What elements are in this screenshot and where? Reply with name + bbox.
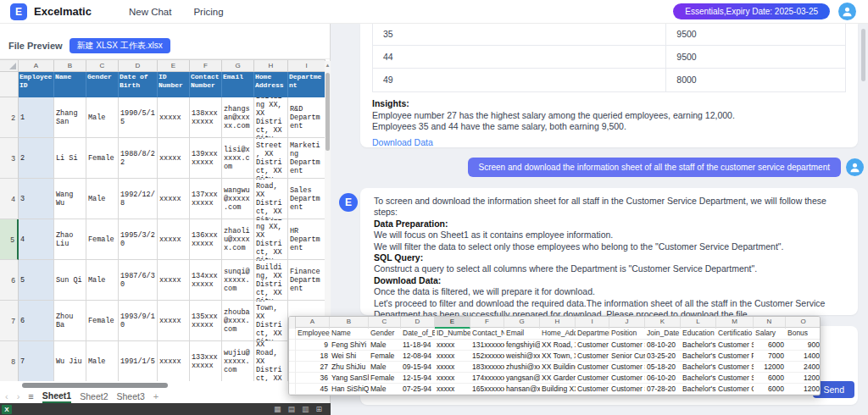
file-preview-label: File Preview: [8, 38, 63, 53]
popup-cell-salary: 6000: [754, 340, 786, 351]
sheet-tab[interactable]: Sheet2: [80, 391, 108, 402]
sheet-tab-bar: ‹ › ≡ Sheet1Sheet2Sheet3 +: [0, 390, 331, 403]
sheet-row: 7 6 Zhou Ba Female 1993/9/10 xxxxx 135xx…: [0, 301, 326, 341]
user-avatar[interactable]: [838, 3, 856, 20]
save-icon[interactable]: ▤: [287, 404, 295, 414]
row-number-cell: 6: [0, 260, 19, 301]
popup-row: 27 Zhu ShiJiu Male 09-15-94 xxxxx 183xxx…: [289, 362, 820, 373]
download-data-link[interactable]: Download Data: [372, 137, 433, 147]
sheet-row: 5 4 Zhao Liu Female 1995/3/20 xxxxx 136x…: [0, 219, 326, 260]
paste-icon[interactable]: ▦: [274, 404, 281, 414]
user-avatar[interactable]: [846, 158, 864, 176]
popup-header-row: Employee_NameGenderDate_of_BiID_NumberCo…: [289, 328, 820, 340]
excelmatic-logo-icon[interactable]: E: [10, 3, 27, 20]
row-number-cell: 4: [0, 179, 19, 219]
scroll-up-icon[interactable]: ▲: [325, 61, 331, 69]
popup-row-gutter: [289, 384, 296, 395]
popup-header-cell: Certificatio: [716, 328, 754, 340]
header-cell: ID Number: [158, 72, 190, 97]
popup-cell-department: Customer S: [576, 384, 609, 395]
cell-name: Wu Jiu: [54, 341, 86, 381]
user-message-bubble: Screen and download the information shee…: [468, 158, 842, 177]
popup-header-cell: ID_Number: [435, 328, 470, 340]
cell-date-of-birth: 1992/12/8: [119, 179, 158, 219]
sheet-menu-icon[interactable]: ≡: [28, 391, 33, 401]
popup-header-cell: Email: [504, 328, 540, 340]
file-chip[interactable]: 新建 XLSX 工作表.xlsx: [70, 38, 170, 53]
person-icon: [841, 5, 854, 18]
popup-cell-gender: Female: [369, 351, 401, 362]
column-letter: B: [54, 60, 86, 72]
column-letter-row: ABCDEFGHI: [0, 60, 326, 72]
cell-id-number: xxxxx: [158, 260, 190, 301]
popup-row-gutter: [289, 362, 296, 373]
next-sheet-icon[interactable]: ›: [17, 390, 20, 402]
popup-cell-department: Customer S: [576, 351, 609, 362]
brand-title: Excelmatic: [34, 5, 92, 18]
popup-cell-date-of-birth: 12-15-94: [401, 373, 435, 384]
vertical-scroll-thumb[interactable]: [326, 73, 330, 151]
nav-item[interactable]: New Chat: [129, 7, 172, 17]
person-icon: [849, 161, 861, 174]
popup-cell-education: Bachelor's: [681, 351, 716, 362]
cell-home-address: XX Building, XX District, XX City: [254, 260, 288, 301]
popup-header-cell: Bonus: [786, 328, 821, 340]
columns-icon[interactable]: ▥: [302, 404, 309, 414]
cell-name: Zhou Ba: [54, 301, 86, 341]
assistant-avatar: E: [339, 193, 358, 212]
result-row: 49 8000: [373, 69, 845, 91]
popup-column-letter: H: [540, 317, 576, 329]
popup-cell-salary: 12000: [754, 362, 786, 373]
cell-home-address: XX Town, XX District, XX City: [254, 301, 288, 341]
add-sheet-icon[interactable]: +: [153, 391, 159, 401]
popup-cell-contact-number: 183xxxxxxxx: [470, 362, 504, 373]
cell-id-number: xxxxx: [158, 301, 190, 341]
popup-row: 9 Feng ShiYi Male 11-18-94 xxxxx 131xxxx…: [289, 340, 820, 351]
popup-cell-position: Customer S: [609, 373, 645, 384]
cell-department: R&D Department: [288, 97, 326, 138]
window-icon[interactable]: ⊞: [315, 404, 322, 414]
sheet-row: 6 5 Sun Qi Male 1987/6/30 xxxxx 134xxxxx…: [0, 260, 326, 301]
horizontal-scrollbar[interactable]: [0, 382, 326, 389]
header-cell: Name: [54, 72, 86, 97]
cell-home-address: XX Road, XX District, XX: [254, 341, 288, 381]
cell-gender: Male: [86, 179, 119, 219]
column-letter: A: [19, 60, 54, 72]
cell-employee-id: 3: [19, 179, 54, 219]
popup-cell-education: Bachelor's: [681, 340, 716, 351]
popup-cell-name: Zhu ShiJiu: [330, 362, 369, 373]
popup-cell-email: yangsan@x: [504, 373, 540, 384]
cell-home-address: Building XX, XX District, XX City: [254, 219, 288, 260]
chat-scroll-thumb[interactable]: [861, 29, 865, 81]
preview-toolbar: File Preview 新建 XLSX 工作表.xlsx: [0, 24, 330, 59]
user-message-row: Screen and download the information shee…: [331, 158, 868, 177]
popup-cell-department: Customer S: [576, 340, 609, 351]
popup-header-cell: Join_Date: [645, 328, 681, 340]
sheet-tab[interactable]: Sheet1: [42, 390, 71, 403]
popup-column-letter: I: [576, 317, 609, 329]
popup-row: 36 Yang SanSh Female 12-15-94 xxxxx 174x…: [289, 373, 820, 384]
popup-column-letter: O: [786, 317, 821, 329]
popup-header-cell: Salary: [754, 328, 786, 340]
popup-cell-date-of-birth: 09-15-94: [401, 362, 435, 373]
popup-cell-position: Customer S: [609, 384, 645, 395]
popup-column-letter: B: [330, 317, 369, 329]
cell-date-of-birth: 1993/9/10: [119, 301, 158, 341]
popup-cell-email: zhushi@xx: [504, 362, 540, 373]
popup-cell-gender: Male: [369, 340, 401, 351]
sheet-tab[interactable]: Sheet3: [116, 391, 144, 402]
insight-line: Employee number 27 has the highest salar…: [372, 110, 846, 121]
plan-badge[interactable]: Essentials,Expiry Date: 2025-03-25: [673, 3, 830, 19]
assistant-line: Once the data is filtered, we will prepa…: [374, 286, 844, 297]
horizontal-scroll-thumb[interactable]: [22, 383, 168, 388]
popup-cell-name: Feng ShiYi: [330, 340, 369, 351]
prev-sheet-icon[interactable]: ‹: [5, 390, 8, 402]
cell-email: sunqi@xxxxx.com: [222, 260, 254, 301]
cell-email: zhouba@xxxx.com: [222, 301, 254, 341]
popup-cell-bonus: 2400: [786, 362, 821, 373]
result-employee-number: 44: [373, 46, 665, 68]
nav-item[interactable]: Pricing: [193, 7, 223, 17]
result-salary: 9500: [665, 23, 845, 45]
cell-name: Sun Qi: [54, 260, 86, 301]
row-number-cell: 2: [0, 97, 19, 138]
